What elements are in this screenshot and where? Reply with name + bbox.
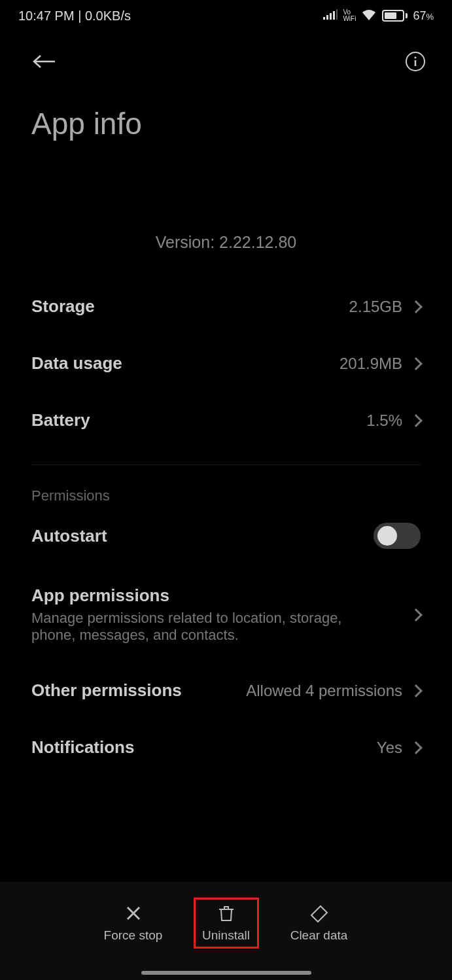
svg-rect-0	[323, 17, 325, 20]
clock-text: 10:47 PM	[18, 9, 75, 23]
section-permissions: Permissions	[0, 481, 452, 504]
row-notifications[interactable]: Notifications Yes	[31, 719, 421, 776]
button-label: Clear data	[290, 928, 348, 943]
chevron-right-icon	[409, 741, 423, 754]
autostart-toggle[interactable]	[374, 523, 421, 549]
info-button[interactable]	[405, 51, 426, 75]
row-value: 201.9MB	[339, 355, 402, 373]
row-battery[interactable]: Battery 1.5%	[31, 392, 421, 449]
trash-icon	[217, 903, 236, 923]
button-label: Uninstall	[202, 928, 250, 943]
chevron-right-icon	[409, 608, 423, 621]
battery-percent: 67%	[413, 9, 434, 23]
version-label: Version: 2.22.12.80	[31, 233, 421, 252]
row-label: Battery	[31, 410, 90, 430]
status-indicators: Vo WiFi 67%	[323, 9, 434, 24]
row-label: Notifications	[31, 737, 134, 758]
eraser-icon	[309, 903, 330, 923]
wifi-icon	[361, 9, 377, 24]
header-bar	[0, 31, 452, 88]
chevron-right-icon	[409, 684, 423, 697]
bottom-bar: Force stop Uninstall Clear data	[0, 882, 452, 980]
chevron-right-icon	[409, 357, 423, 370]
svg-rect-4	[336, 9, 338, 20]
chevron-right-icon	[409, 414, 423, 427]
row-data-usage[interactable]: Data usage 201.9MB	[31, 335, 421, 392]
row-label: Autostart	[31, 526, 107, 546]
status-time: 10:47 PM | 0.0KB/s	[18, 9, 131, 24]
row-storage[interactable]: Storage 2.15GB	[31, 278, 421, 335]
svg-point-6	[415, 57, 417, 59]
button-label: Force stop	[104, 928, 163, 943]
force-stop-button[interactable]: Force stop	[101, 900, 166, 947]
svg-rect-2	[330, 13, 332, 20]
row-value: Allowed 4 permissions	[246, 682, 402, 700]
back-button[interactable]	[31, 54, 56, 72]
uninstall-button[interactable]: Uninstall	[194, 898, 259, 949]
row-autostart: Autostart	[31, 504, 421, 567]
row-value: Yes	[377, 739, 402, 757]
row-other-permissions[interactable]: Other permissions Allowed 4 permissions	[31, 662, 421, 719]
app-header: Version: 2.22.12.80	[0, 154, 452, 278]
divider	[31, 464, 421, 465]
row-app-permissions[interactable]: App permissions Manage permissions relat…	[31, 567, 421, 662]
clear-data-button[interactable]: Clear data	[287, 900, 352, 947]
row-subtitle: Manage permissions related to location, …	[31, 610, 372, 644]
svg-rect-1	[326, 15, 328, 20]
row-label: Storage	[31, 296, 95, 317]
network-speed: 0.0KB/s	[85, 9, 131, 23]
row-label: App permissions	[31, 586, 411, 606]
svg-rect-3	[333, 11, 335, 20]
toggle-knob	[377, 526, 397, 546]
row-label: Data usage	[31, 353, 122, 374]
row-value: 1.5%	[366, 411, 402, 430]
chevron-right-icon	[409, 300, 423, 313]
row-value: 2.15GB	[349, 298, 402, 316]
status-bar: 10:47 PM | 0.0KB/s Vo WiFi 67%	[0, 0, 452, 31]
signal-icon	[323, 9, 338, 23]
battery-icon	[382, 10, 408, 22]
vowifi-icon: Vo WiFi	[343, 9, 356, 22]
page-title: App info	[0, 88, 452, 154]
home-indicator[interactable]	[141, 971, 311, 975]
row-label: Other permissions	[31, 680, 182, 701]
close-icon	[124, 903, 143, 923]
